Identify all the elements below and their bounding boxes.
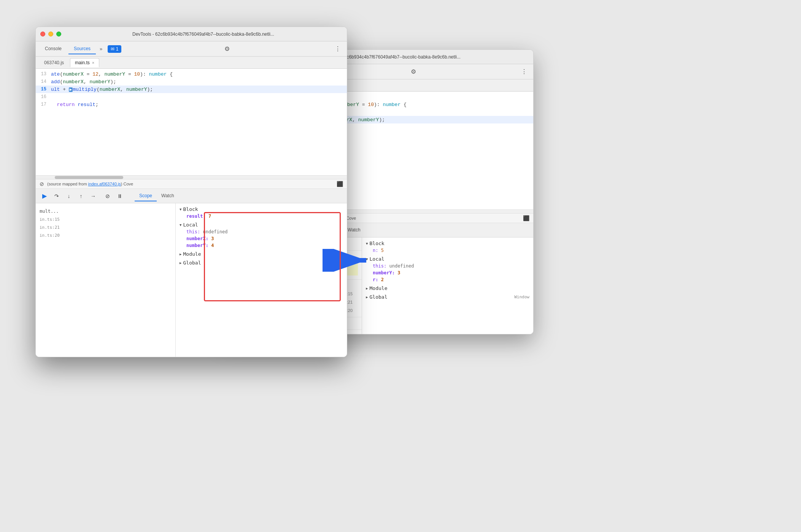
front-scope-global-header[interactable]: ▶ Global Window — [180, 259, 343, 266]
scope-module: ▶ Module — [366, 285, 529, 292]
front-scope-tab-scope[interactable]: Scope — [135, 191, 157, 201]
front-step-into-button[interactable]: ↓ — [64, 191, 74, 201]
front-scope-block-header[interactable]: ▼ Block — [180, 206, 343, 213]
front-call-item-ts20[interactable]: in.ts:20 — [40, 231, 172, 239]
scope-block-header[interactable]: ▼ Block — [366, 240, 529, 247]
front-main-toolbar: Console Sources » ✉ 1 ⚙ ⋮ — [36, 41, 347, 57]
front-step-over-button[interactable]: ↷ — [52, 191, 62, 201]
front-status-bar: ⊘ (source mapped from index.af063740.js)… — [36, 179, 347, 189]
front-right-panel: ▼ Block result: 7 ▼ Local — [176, 203, 347, 357]
front-code-line-17: 17 return result; — [36, 101, 347, 108]
front-scope-local: ▼ Local this: undefined numberX: 3 numbe… — [180, 221, 343, 249]
back-right-panel: ▼ Block n: 5 ▼ Local — [362, 238, 533, 334]
devtools-front-window: DevTools - 62c6b934c4b7f676049af4b7--buc… — [35, 27, 347, 357]
front-titlebar: DevTools - 62c6b934c4b7f676049af4b7--buc… — [36, 27, 347, 41]
front-scope-prop-this[interactable]: this: undefined — [180, 228, 343, 235]
coverage-toggle[interactable]: ⬛ — [523, 215, 529, 221]
front-more-vert-icon[interactable]: ⋮ — [332, 45, 343, 52]
scope-prop-numberY[interactable]: numberY: 3 — [366, 269, 529, 276]
front-scope-block: ▼ Block result: 7 — [180, 206, 343, 220]
front-window-title: DevTools - 62c6b934c4b7f676049af4b7--buc… — [64, 32, 342, 37]
front-format-icon[interactable]: ⊘ — [40, 181, 44, 187]
front-code-scrollbar[interactable] — [36, 175, 347, 179]
front-file-tab-close-icon[interactable]: × — [92, 60, 94, 65]
front-step-out-button[interactable]: ↑ — [76, 191, 86, 201]
scope-block: ▼ Block n: 5 — [366, 240, 529, 254]
front-maximize-button[interactable] — [56, 32, 61, 36]
scope-local-header[interactable]: ▼ Local — [366, 255, 529, 263]
front-scope-prop-result[interactable]: result: 7 — [180, 213, 343, 220]
front-chat-badge[interactable]: ✉ 1 — [108, 45, 121, 53]
front-code-area: 13 ate(numberX = 12, numberY = 10): numb… — [36, 69, 347, 175]
front-minimize-button[interactable] — [48, 32, 53, 36]
front-call-item-mult[interactable]: mult... — [40, 207, 172, 215]
front-debugger-body: mult... in.ts:15 in.ts:21 in.ts:20 ▼ Blo… — [36, 203, 347, 357]
front-coverage-toggle[interactable]: ⬛ — [337, 181, 343, 187]
scope-prop-n[interactable]: n: 5 — [366, 247, 529, 254]
gear-icon[interactable]: ⚙ — [408, 68, 418, 75]
back-scope-tree: ▼ Block n: 5 ▼ Local — [362, 238, 533, 304]
front-file-tabs: 063740.js main.ts × — [36, 57, 347, 69]
front-scope-prop-numberY[interactable]: numberY: 4 — [180, 242, 343, 249]
front-debugger-toolbar: ▶ ↷ ↓ ↑ → ⊘ ⏸ Scope Watch — [36, 189, 347, 203]
front-source-map-link[interactable]: index.af063740.js — [88, 182, 121, 186]
scope-module-header[interactable]: ▶ Module — [366, 285, 529, 292]
front-resume-button[interactable]: ▶ — [40, 191, 49, 201]
front-file-tab-index-js[interactable]: 063740.js — [40, 59, 68, 67]
front-left-panel: mult... in.ts:15 in.ts:21 in.ts:20 — [36, 203, 176, 357]
front-code-line-14: 14 add(numberX, numberY); — [36, 78, 347, 86]
front-code-line-13: 13 ate(numberX = 12, numberY = 10): numb… — [36, 70, 347, 78]
front-scope-tab-watch[interactable]: Watch — [157, 191, 179, 201]
scope-prop-r[interactable]: r: 2 — [366, 276, 529, 283]
front-scope-module-header[interactable]: ▶ Module — [180, 250, 343, 258]
scope-prop-this[interactable]: this: undefined — [366, 263, 529, 269]
front-scope-module: ▶ Module — [180, 250, 343, 258]
front-close-button[interactable] — [40, 32, 45, 36]
front-call-item-ts21[interactable]: in.ts:21 — [40, 223, 172, 231]
scope-global-header[interactable]: ▶ Global Window — [366, 293, 529, 301]
blue-arrow — [323, 249, 372, 273]
front-scope-local-header[interactable]: ▼ Local — [180, 221, 343, 228]
front-tab-sources[interactable]: Sources — [68, 44, 96, 54]
more-vert-icon[interactable]: ⋮ — [519, 68, 529, 75]
front-scope-prop-numberX[interactable]: numberX: 3 — [180, 235, 343, 242]
front-step-button[interactable]: → — [88, 191, 98, 201]
front-file-tab-main-ts[interactable]: main.ts × — [70, 58, 99, 67]
front-call-item-ts15[interactable]: in.ts:15 — [40, 215, 172, 223]
front-pause-on-exception-button[interactable]: ⏸ — [115, 191, 125, 201]
front-deactivate-button[interactable]: ⊘ — [103, 191, 113, 201]
scope-global: ▶ Global Window — [366, 293, 529, 301]
front-tab-console[interactable]: Console — [40, 44, 67, 54]
front-code-line-blank: 16 — [36, 93, 347, 101]
front-scope-global: ▶ Global Window — [180, 259, 343, 266]
front-scope-tree: ▼ Block result: 7 ▼ Local — [176, 203, 347, 270]
front-code-line-15: 15 ult + ▶multiply(numberX, numberY); — [36, 86, 347, 93]
front-gear-icon[interactable]: ⚙ — [222, 45, 232, 52]
scope-local: ▼ Local this: undefined numberY: 3 r: 2 — [366, 255, 529, 283]
front-status-text: (source mapped from index.af063740.js) C… — [47, 182, 133, 186]
front-more-tabs-icon[interactable]: » — [97, 46, 105, 52]
